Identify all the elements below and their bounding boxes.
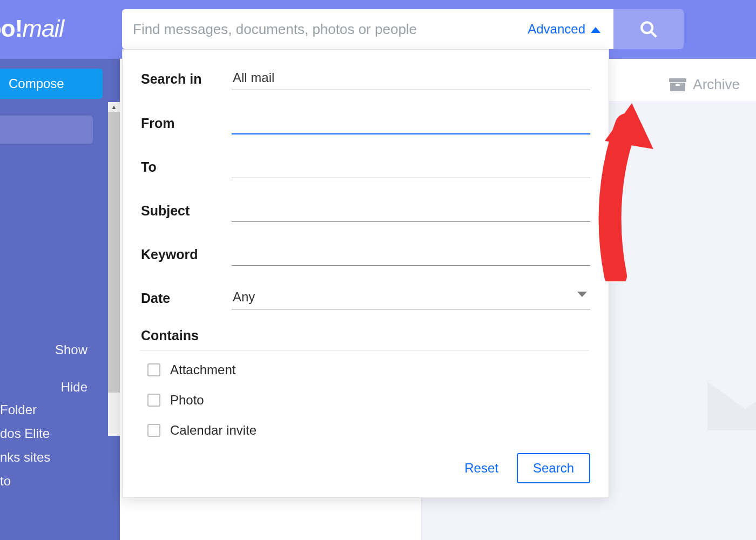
date-value: Any (233, 289, 255, 304)
caret-down-icon (577, 292, 587, 297)
label-from: From (141, 116, 232, 134)
contains-attachment[interactable]: Attachment (147, 362, 590, 377)
archive-icon (669, 78, 686, 91)
search-in-select[interactable]: All mail (232, 68, 590, 90)
field-search-in: Search in All mail (141, 68, 590, 90)
checkbox-icon (147, 394, 160, 407)
advanced-toggle[interactable]: Advanced (528, 22, 600, 37)
contains-photo-label: Photo (170, 393, 204, 408)
scroll-thumb[interactable] (108, 112, 120, 393)
search-in-value: All mail (233, 70, 274, 85)
search-icon (639, 20, 658, 38)
sidebar-scrollbar[interactable]: ▲ (108, 112, 120, 436)
search-box: Advanced (122, 9, 613, 49)
sidebar-folder-2[interactable]: nks sites (0, 450, 50, 465)
contains-divider (140, 350, 589, 350)
search-input[interactable] (133, 21, 528, 38)
sidebar-selected-folder[interactable] (0, 116, 93, 144)
label-contains: Contains (141, 328, 590, 343)
checkbox-icon (147, 363, 160, 376)
chevron-up-icon (591, 27, 600, 33)
panel-actions: Reset Search (141, 453, 590, 483)
advanced-label: Advanced (528, 22, 585, 37)
label-search-in: Search in (141, 71, 232, 90)
field-keyword: Keyword (141, 244, 590, 266)
scroll-up-icon: ▲ (108, 102, 120, 112)
empty-envelope-icon (702, 360, 756, 447)
contains-calendar-label: Calendar invite (170, 423, 256, 438)
field-date: Date Any (141, 287, 590, 309)
reset-button[interactable]: Reset (464, 461, 498, 476)
archive-label: Archive (693, 76, 740, 93)
sidebar-folder-3[interactable]: to (0, 474, 11, 489)
svg-rect-3 (670, 83, 685, 91)
brand-left: hoo! (0, 15, 22, 42)
from-input[interactable] (232, 112, 590, 134)
label-subject: Subject (141, 203, 232, 222)
field-to: To (141, 156, 590, 178)
to-input[interactable] (232, 156, 590, 178)
contains-calendar[interactable]: Calendar invite (147, 423, 590, 438)
brand-logo: hoo!mail (0, 15, 64, 42)
contains-photo[interactable]: Photo (147, 393, 590, 408)
subject-input[interactable] (232, 200, 590, 222)
advanced-search-button[interactable]: Search (517, 453, 590, 483)
label-date: Date (141, 291, 232, 309)
label-to: To (141, 159, 232, 178)
sidebar-folder-0[interactable]: Folder (0, 402, 37, 417)
brand-right: mail (22, 15, 64, 42)
contains-attachment-label: Attachment (170, 362, 235, 377)
advanced-search-panel: Search in All mail From To Subject Keywo… (122, 49, 609, 498)
sidebar: Compose Show Hide Folder dos Elite nks s… (0, 59, 108, 540)
sidebar-show[interactable]: Show (0, 342, 87, 357)
keyword-input[interactable] (232, 244, 590, 266)
sidebar-hide[interactable]: Hide (0, 380, 87, 395)
compose-button[interactable]: Compose (0, 69, 103, 99)
svg-rect-4 (676, 84, 680, 86)
svg-rect-2 (669, 78, 686, 82)
search-bar: Advanced (122, 9, 684, 49)
field-from: From (141, 112, 590, 134)
archive-button[interactable]: Archive (669, 76, 740, 93)
date-select[interactable]: Any (232, 287, 590, 309)
svg-point-0 (642, 22, 652, 33)
label-keyword: Keyword (141, 247, 232, 266)
field-subject: Subject (141, 200, 590, 222)
search-button[interactable] (613, 9, 684, 49)
checkbox-icon (147, 424, 160, 437)
sidebar-folder-1[interactable]: dos Elite (0, 426, 50, 441)
compose-label: Compose (9, 76, 64, 91)
svg-line-1 (651, 31, 656, 37)
